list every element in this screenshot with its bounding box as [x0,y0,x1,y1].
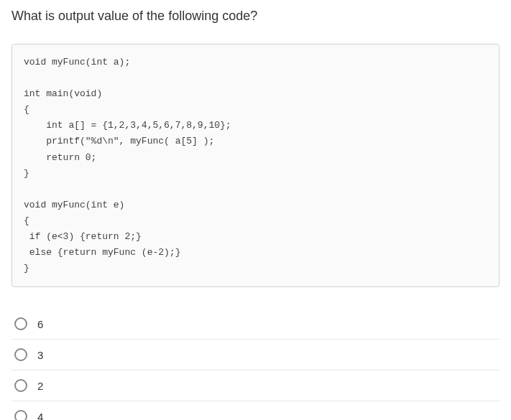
option-label: 3 [37,349,43,361]
question-title: What is output value of the following co… [11,9,500,24]
option-2[interactable]: 2 [11,370,500,401]
option-0[interactable]: 6 [11,309,500,339]
option-1[interactable]: 3 [11,339,500,370]
option-label: 4 [37,411,43,420]
code-block: void myFunc(int a); int main(void) { int… [11,44,500,287]
radio-icon [14,348,27,361]
answer-options: 6 3 2 4 [11,309,500,420]
option-3[interactable]: 4 [11,401,500,420]
radio-icon [14,317,27,330]
radio-icon [14,410,27,420]
option-label: 6 [37,318,43,330]
radio-icon [14,379,27,392]
option-label: 2 [37,380,43,392]
